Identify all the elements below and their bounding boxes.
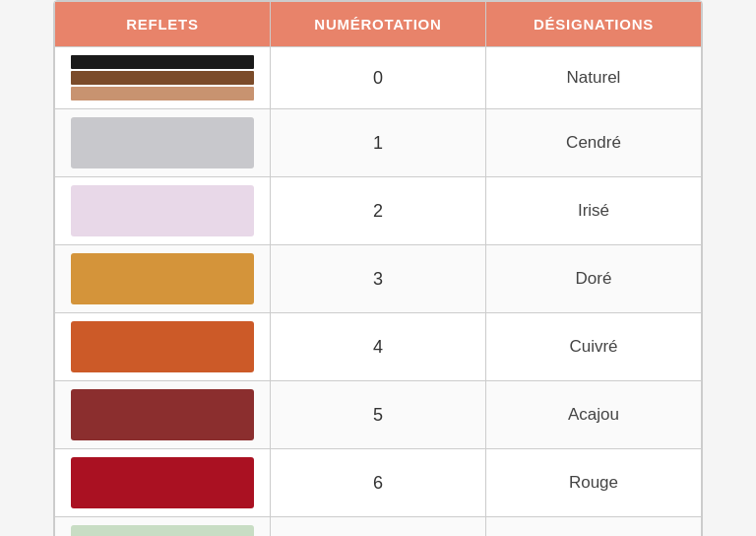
label-cell: Naturel (486, 47, 702, 109)
table-row: 7Vert (55, 517, 702, 537)
color-cell (55, 177, 271, 245)
number-cell: 4 (271, 313, 486, 381)
color-cell (55, 449, 271, 517)
number-cell: 6 (271, 449, 486, 517)
label-cell: Rouge (486, 449, 702, 517)
color-cell (55, 109, 271, 177)
number-cell: 3 (271, 245, 486, 313)
label-cell: Doré (486, 245, 702, 313)
header-designations: DÉSIGNATIONS (486, 2, 702, 47)
label-cell: Vert (486, 517, 702, 537)
table-row: 1Cendré (55, 109, 702, 177)
number-cell: 7 (271, 517, 486, 537)
table-row: 0Naturel (55, 47, 702, 109)
table-row: 3Doré (55, 245, 702, 313)
table-row: 2Irisé (55, 177, 702, 245)
color-cell (55, 517, 271, 537)
color-cell (55, 381, 271, 449)
number-cell: 2 (271, 177, 486, 245)
main-table-container: REFLETS NUMÉROTATION DÉSIGNATIONS 0Natur… (53, 0, 703, 536)
label-cell: Acajou (486, 381, 702, 449)
header-numerotation: NUMÉROTATION (271, 2, 486, 47)
table-row: 5Acajou (55, 381, 702, 449)
number-cell: 0 (271, 47, 486, 109)
reflets-table: REFLETS NUMÉROTATION DÉSIGNATIONS 0Natur… (54, 1, 702, 536)
table-row: 6Rouge (55, 449, 702, 517)
color-cell (55, 313, 271, 381)
color-cell (55, 47, 271, 109)
header-reflets: REFLETS (55, 2, 271, 47)
label-cell: Cuivré (486, 313, 702, 381)
label-cell: Cendré (486, 109, 702, 177)
label-cell: Irisé (486, 177, 702, 245)
color-cell (55, 245, 271, 313)
number-cell: 5 (271, 381, 486, 449)
number-cell: 1 (271, 109, 486, 177)
table-row: 4Cuivré (55, 313, 702, 381)
